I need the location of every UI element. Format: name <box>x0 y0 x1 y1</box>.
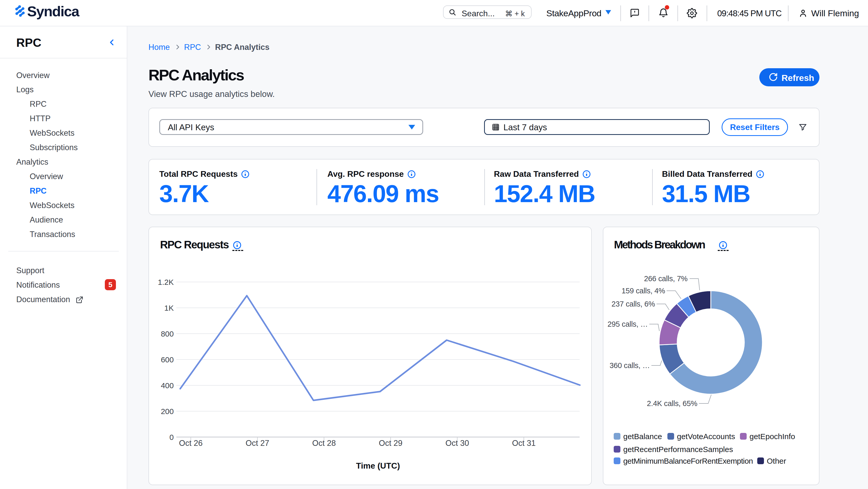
svg-text:159 calls, 4%: 159 calls, 4% <box>621 287 665 295</box>
svg-text:1K: 1K <box>164 304 174 312</box>
svg-text:getMinimumBalanceForRentExempt: getMinimumBalanceForRentExemption <box>623 457 753 465</box>
svg-text:360 calls, …: 360 calls, … <box>610 361 650 370</box>
svg-text:0: 0 <box>169 433 174 441</box>
svg-text:Oct 28: Oct 28 <box>312 439 336 448</box>
svg-text:Oct 31: Oct 31 <box>512 439 535 448</box>
svg-text:getEpochInfo: getEpochInfo <box>749 432 795 441</box>
svg-text:400: 400 <box>161 381 174 390</box>
svg-text:295 calls, …: 295 calls, … <box>608 320 648 328</box>
svg-text:Time (UTC): Time (UTC) <box>356 461 400 470</box>
svg-text:Oct 30: Oct 30 <box>445 439 469 448</box>
svg-text:Oct 27: Oct 27 <box>246 439 269 448</box>
svg-text:getVoteAccounts: getVoteAccounts <box>677 432 735 441</box>
svg-text:2.4K calls, 65%: 2.4K calls, 65% <box>647 399 698 408</box>
svg-text:getBalance: getBalance <box>623 432 662 441</box>
svg-text:1.2K: 1.2K <box>158 278 174 286</box>
svg-text:200: 200 <box>161 407 174 415</box>
svg-text:266 calls, 7%: 266 calls, 7% <box>644 275 687 283</box>
svg-text:800: 800 <box>161 329 174 338</box>
svg-text:Oct 26: Oct 26 <box>179 439 203 448</box>
svg-text:Other: Other <box>767 457 786 465</box>
svg-text:600: 600 <box>161 355 174 364</box>
svg-text:Oct 29: Oct 29 <box>379 439 402 448</box>
svg-text:237 calls, 6%: 237 calls, 6% <box>611 300 655 308</box>
svg-text:getRecentPerformanceSamples: getRecentPerformanceSamples <box>623 445 733 454</box>
